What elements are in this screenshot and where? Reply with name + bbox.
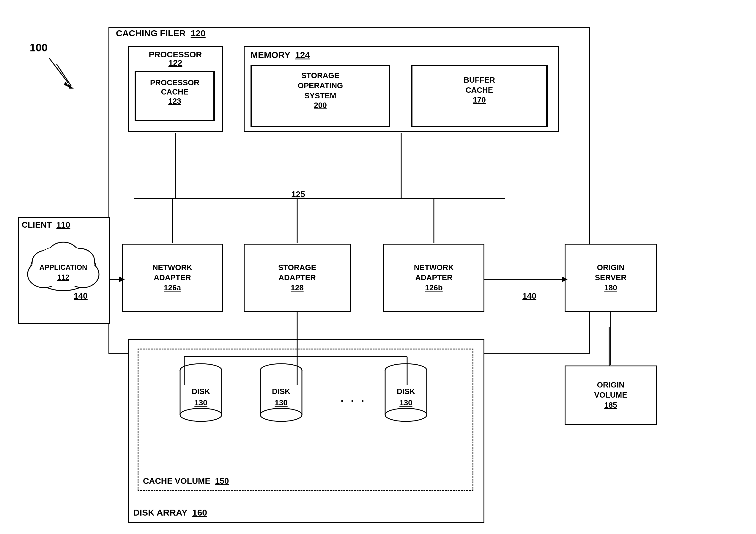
storage-os-box: STORAGEOPERATINGSYSTEM 200 (251, 65, 390, 127)
svg-text:DISK: DISK (192, 387, 210, 396)
svg-text:112: 112 (57, 273, 69, 281)
disk-3-svg: DISK 130 (382, 361, 430, 427)
svg-text:130: 130 (275, 398, 287, 407)
origin-volume-label: ORIGINVOLUME185 (565, 366, 656, 424)
caching-filer-ref: 120 (191, 28, 206, 38)
processor-cache-box: PROCESSORCACHE 123 (135, 71, 215, 121)
disk-array-box: DISK ARRAY 160 CACHE VOLUME 150 DISK 130 (128, 339, 484, 523)
memory-box: MEMORY 124 STORAGEOPERATINGSYSTEM 200 BU… (244, 46, 559, 132)
network-adapter-1-box: NETWORKADAPTER126a (122, 244, 223, 312)
origin-server-box: ORIGINSERVER180 (565, 244, 657, 312)
buffer-cache-label: BUFFERCACHE (413, 75, 546, 95)
storage-os-ref: 200 (252, 101, 389, 110)
origin-server-label: ORIGINSERVER180 (565, 245, 656, 311)
left-connection-label: 140 (74, 291, 88, 301)
memory-label: MEMORY 124 (251, 50, 310, 60)
svg-point-33 (180, 408, 222, 421)
svg-marker-68 (68, 84, 74, 89)
buffer-cache-ref: 170 (413, 95, 546, 105)
svg-line-67 (56, 64, 71, 86)
svg-text:DISK: DISK (397, 387, 415, 396)
processor-cache-label: PROCESSORCACHE (136, 78, 213, 96)
memory-ref: 124 (295, 50, 310, 60)
network-adapter-2-label: NETWORKADAPTER126b (384, 245, 483, 311)
svg-line-16 (49, 58, 68, 83)
caching-filer-label: CACHING FILER 120 (116, 28, 206, 38)
svg-text:APPLICATION: APPLICATION (40, 263, 87, 271)
svg-point-47 (385, 408, 427, 421)
disk-2: DISK 130 (257, 361, 305, 428)
disk-2-svg: DISK 130 (257, 361, 305, 427)
disk-3: DISK 130 (382, 361, 430, 428)
network-adapter-1-label: NETWORKADAPTER126a (123, 245, 222, 311)
disk-1-svg: DISK 130 (177, 361, 225, 427)
disk-1: DISK 130 (177, 361, 225, 428)
processor-ref: 122 (129, 58, 222, 68)
svg-text:130: 130 (399, 398, 412, 407)
storage-os-label: STORAGEOPERATINGSYSTEM (252, 71, 389, 101)
diagram-ref-100: 100 (30, 41, 47, 54)
client-box: CLIENT 110 APPLICATION 112 (18, 217, 110, 324)
storage-adapter-label: STORAGEADAPTER128 (245, 245, 350, 311)
network-adapter-2-box: NETWORKADAPTER126b (383, 244, 484, 312)
svg-text:130: 130 (194, 398, 207, 407)
disk-array-label: DISK ARRAY 160 (133, 508, 207, 518)
svg-marker-17 (64, 82, 70, 88)
processor-cache-ref: 123 (136, 96, 213, 106)
svg-point-40 (260, 408, 302, 421)
svg-text:DISK: DISK (272, 387, 290, 396)
client-label: CLIENT 110 (22, 220, 70, 230)
right-connection-label: 140 (523, 291, 536, 301)
cache-volume-box: CACHE VOLUME 150 DISK 130 (138, 349, 473, 491)
bus-label: 125 (291, 190, 305, 199)
application-cloud: APPLICATION 112 (23, 233, 103, 298)
buffer-cache-box: BUFFERCACHE 170 (411, 65, 548, 127)
storage-adapter-box: STORAGEADAPTER128 (244, 244, 351, 312)
processor-box: PROCESSOR 122 PROCESSORCACHE 123 (128, 46, 223, 132)
diagram: 100 CACHING FILER 120 PROCESSOR 122 PROC… (0, 0, 756, 534)
ellipsis: . . . (340, 391, 366, 404)
origin-volume-box: ORIGINVOLUME185 (565, 365, 657, 425)
cache-volume-label: CACHE VOLUME 150 (143, 476, 229, 486)
